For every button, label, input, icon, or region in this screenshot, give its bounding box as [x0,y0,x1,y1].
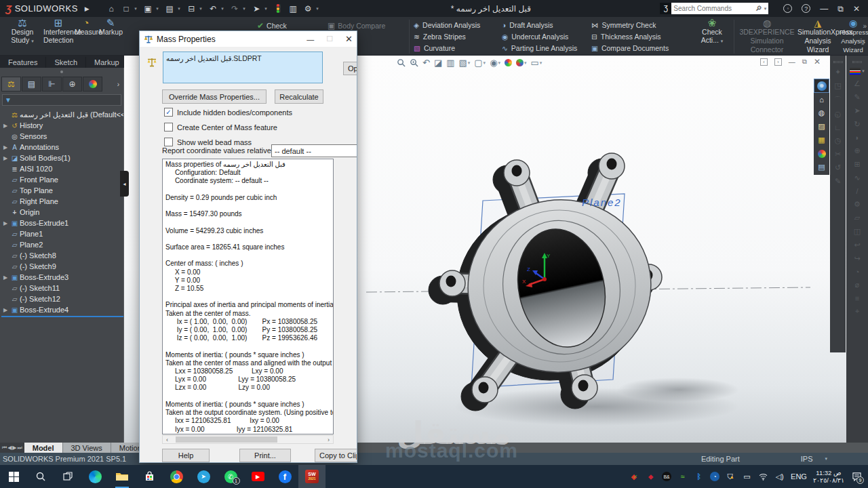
dialog-minimize-button[interactable]: — [307,35,314,43]
compare-documents-button[interactable]: ▣Compare Documents [591,42,669,54]
tab-features[interactable]: Features [0,57,46,68]
tool-icon[interactable]: ➤ [854,106,860,115]
tab-3d-views[interactable]: 3D Views [63,443,111,453]
display-style-icon[interactable]: ▢▾ [474,58,486,68]
tool-icon[interactable]: ✎ [854,93,860,102]
zoom-to-fit-icon[interactable] [397,58,406,67]
appearance-swatch-icon[interactable]: ▾ [850,68,865,75]
options-caret-icon[interactable]: ▾ [316,6,321,12]
section-view-icon[interactable]: ◪ [434,58,442,68]
include-hidden-bodies-checkbox[interactable]: ✓ Include hidden bodies/components [164,108,292,117]
check-button[interactable]: ✔ Check [257,21,287,30]
apply-scene-icon[interactable]: ▾ [516,59,527,66]
home-pane-icon[interactable]: ⌂ [814,93,829,106]
tree-item-sketch8[interactable]: ▱(-) Sketch8 [1,250,123,261]
dialog-maximize-button[interactable]: ☐ [326,35,333,43]
tree-item-boss-extrude4[interactable]: ▶▣Boss-Extrude4 [1,304,123,315]
tree-item-sketch9[interactable]: ▱(-) Sketch9 [1,261,123,272]
scroll-left-icon[interactable]: ‹ [163,436,172,443]
tray-sw-cube-icon[interactable]: ⬥ [646,472,656,482]
dynamic-annotation-icon[interactable]: ▥ [446,58,454,68]
tree-filter[interactable]: ▼ [2,94,121,106]
edge-button[interactable] [81,465,108,488]
tool-icon[interactable]: ◔ [855,268,860,276]
design-library-icon[interactable]: ▨ [814,120,829,133]
tool-icon[interactable]: ↪ [854,254,860,263]
tree-item-sketch12[interactable]: ▱(-) Sketch12 [1,293,123,304]
undercut-analysis-button[interactable]: ◉Undercut Analysis [502,30,577,42]
tool-icon[interactable]: ⊞ [854,160,860,169]
deviation-analysis-button[interactable]: ◈Deviation Analysis [414,19,480,30]
doc-restore-button[interactable]: ⧉ [802,58,807,66]
chrome-button[interactable] [163,465,190,488]
tool-icon[interactable]: ◵ [835,110,842,119]
zoom-to-area-icon[interactable] [410,58,418,67]
microsoft-store-button[interactable] [136,465,163,488]
doc-next-icon[interactable]: › [774,58,782,66]
markup-button[interactable]: ✎ Markup [99,19,122,36]
report-horizontal-scrollbar[interactable]: ‹ › [162,435,334,444]
restore-button[interactable]: ⧉ [837,4,844,14]
tray-utility-icon[interactable]: ≈ [677,472,688,482]
tray-sw-check-icon[interactable]: ◆✓ [629,472,639,482]
print-icon[interactable]: ⊟ [184,3,198,15]
hide-show-items-icon[interactable]: ◉▾ [490,58,500,68]
dimxpert-manager-tab[interactable]: ⊕ [62,77,82,92]
tool-icon[interactable]: ⚙ [854,200,861,209]
tree-item-sensors[interactable]: ◎Sensors [1,131,123,142]
search-icon[interactable]: 🔎︎ [753,5,764,12]
menu-expand-arrow-icon[interactable]: ▶ [85,5,90,12]
tab-scroll-prev-icon[interactable]: ◀ [7,445,12,451]
coordinate-system-dropdown[interactable]: -- default -- [271,144,357,157]
tool-icon[interactable]: ◳ [834,81,841,90]
language-indicator[interactable]: ENG [791,472,807,481]
panel-grip[interactable] [0,68,123,76]
tray-clock-app-icon[interactable]: ◔ [710,472,719,481]
feature-tree-tab[interactable]: ⚖︎ [1,77,21,92]
windows-security-icon[interactable]: ⛉▲ [726,472,736,482]
expand-arrow-icon[interactable]: ▶ [1,220,9,226]
tool-icon[interactable]: ≡ [855,294,859,302]
tree-item-boss-extrude3[interactable]: ▶▣Boss-Extrude3 [1,272,123,283]
ribbon-overflow-icon[interactable]: » [863,22,867,30]
checkbox-unchecked-icon[interactable] [164,138,173,146]
solidworks-taskbar-button[interactable]: SW2021 [298,465,326,488]
measure-button[interactable]: ◔ Measure [75,19,98,36]
doc-minimize-button[interactable]: — [789,58,795,66]
tool-icon[interactable]: ⌒ [834,95,842,105]
curvature-button[interactable]: ▧Curvature [414,42,480,54]
options-button[interactable]: Options... [343,62,357,75]
new-caret-icon[interactable]: ▾ [134,6,140,12]
facebook-button[interactable]: f [271,465,298,488]
youtube-button[interactable]: ▶ [244,465,271,488]
tree-item-top-plane[interactable]: ▱Top Plane [1,185,123,196]
taskbar-clock[interactable]: 11:32 ص ٢٠٢٥/٠٨/٣١ [813,469,844,484]
tool-icon[interactable]: ▱ [854,214,860,222]
tool-icon[interactable]: ✂ [835,150,841,159]
tool-icon[interactable]: ↩ [854,241,860,249]
plane2-label[interactable]: Plane2 [582,197,622,208]
parting-line-analysis-button[interactable]: ∿Parting Line Analysis [502,42,577,54]
check-active-document-button[interactable]: ❀ Check Acti... ▾ [693,19,731,45]
new-document-icon[interactable]: □ [119,3,133,15]
configuration-manager-tab[interactable]: ⊩ [42,77,62,92]
tool-icon[interactable]: ✎ [835,177,841,186]
action-center-button[interactable]: 9 [850,472,863,482]
appearances-scenes-icon[interactable] [814,147,829,160]
body-compare-button[interactable]: ▣ Body Compare [328,21,385,30]
dialog-close-button[interactable]: ✕ [345,34,353,44]
simulationxpress-button[interactable]: ◮ SimulationXpressAnalysis Wizard [797,19,838,54]
property-manager-tab[interactable]: ▤ [22,77,41,92]
tab-scroll-next-icon[interactable]: ▶ [12,445,16,451]
tree-item-origin[interactable]: +Origin [1,207,123,218]
tab-markup[interactable]: Markup [86,57,128,68]
select-caret-icon[interactable]: ▾ [264,6,270,12]
save-icon[interactable]: ▤ [163,3,176,15]
filter-input[interactable] [14,96,119,104]
view-orientation-icon[interactable]: ▧▾ [459,58,471,68]
tab-sketch[interactable]: Sketch [46,57,86,68]
file-properties-icon[interactable]: ▥ [286,3,300,15]
doc-close-button[interactable]: ✕ [814,57,821,66]
checkbox-checked-icon[interactable]: ✓ [164,108,173,117]
tab-scroll-first-icon[interactable]: ⏮ [2,445,7,451]
